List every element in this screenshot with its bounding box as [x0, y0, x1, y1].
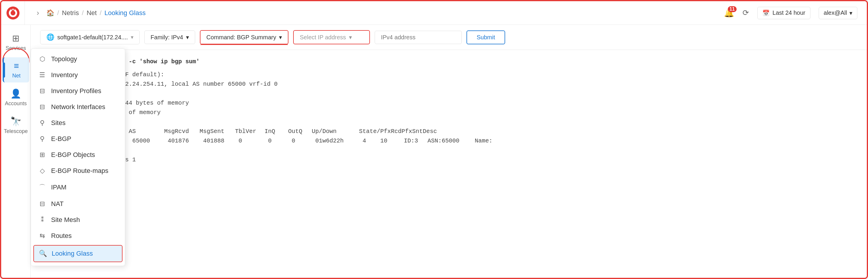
time-range-selector[interactable]: 📅 Last 24 hour	[757, 7, 810, 19]
sidebar-item-telescope-label: Telescope	[4, 128, 28, 135]
app-logo	[1, 1, 25, 25]
inventory-icon: ☰	[38, 71, 46, 79]
ebgp-icon: ⚲	[38, 135, 46, 143]
content-area: 🌐 softgate1-default(172.24.... ▾ Family:…	[31, 25, 867, 278]
telescope-icon: 🔭	[10, 116, 21, 127]
sidebar-item-services-label: Services	[6, 45, 26, 51]
menu-item-inventory-profiles[interactable]: ⊟ Inventory Profiles	[31, 83, 125, 99]
menu-item-ebgp-route-maps-label: E-BGP Route-maps	[51, 167, 108, 175]
sidebar-item-accounts[interactable]: 👤 Accounts	[3, 85, 29, 110]
menu-item-nat-label: NAT	[51, 200, 63, 208]
command-label: Command: BGP Summary	[206, 34, 276, 41]
sidebar-item-net-label: Net	[12, 73, 20, 79]
breadcrumb-sep3: /	[100, 9, 101, 17]
net-icon: ≡	[14, 61, 19, 71]
family-label: Family: IPv4	[151, 34, 183, 41]
submit-button[interactable]: Submit	[466, 30, 505, 44]
nav-dropdown: ⬡ Topology ☰ Inventory ⊟ Inventory Profi…	[31, 49, 125, 266]
services-icon: ⊞	[12, 33, 20, 44]
menu-item-nat[interactable]: ⊟ NAT	[31, 196, 125, 212]
menu-item-site-mesh-label: Site Mesh	[51, 216, 80, 224]
user-label: alex@All	[824, 9, 847, 16]
sidebar: ⊞ Services ≡ Net 👤 Accounts 🔭 Telescope	[1, 25, 31, 278]
topology-icon: ⬡	[38, 55, 46, 63]
menu-item-sites-label: Sites	[51, 119, 66, 127]
svg-point-4	[12, 8, 13, 10]
time-range-label: Last 24 hour	[773, 9, 805, 16]
user-menu-chevron: ▾	[849, 9, 852, 17]
menu-item-inventory-label: Inventory	[51, 71, 78, 79]
terminal-output-area: softgate1-default# vtysh -c 'show ip bgp…	[31, 50, 867, 278]
menu-item-ebgp[interactable]: ⚲ E-BGP	[31, 131, 125, 147]
sidebar-item-net[interactable]: ≡ Net	[3, 57, 29, 82]
refresh-button[interactable]: ⟳	[743, 8, 749, 18]
menu-item-inventory-profiles-label: Inventory Profiles	[51, 87, 101, 95]
menu-item-inventory[interactable]: ☰ Inventory	[31, 67, 125, 83]
breadcrumb-sep2: /	[82, 9, 84, 17]
menu-item-network-interfaces[interactable]: ⊟ Network Interfaces	[31, 99, 125, 115]
routes-icon: ⇆	[38, 232, 46, 240]
ip-select-chevron: ▾	[349, 34, 352, 41]
toolbar: 🌐 softgate1-default(172.24.... ▾ Family:…	[31, 25, 867, 50]
calendar-icon: 📅	[762, 9, 770, 17]
inventory-profiles-icon: ⊟	[38, 87, 46, 95]
menu-item-routes-label: Routes	[51, 232, 72, 240]
ipv4-address-input[interactable]	[375, 31, 462, 44]
menu-item-network-interfaces-label: Network Interfaces	[51, 103, 105, 111]
svg-point-2	[11, 11, 16, 16]
menu-item-topology[interactable]: ⬡ Topology	[31, 51, 125, 67]
submit-label: Submit	[476, 34, 495, 40]
command-selector[interactable]: Command: BGP Summary ▾	[200, 30, 288, 44]
looking-glass-icon: 🔍	[39, 250, 47, 257]
nat-icon: ⊟	[38, 200, 46, 208]
menu-item-looking-glass-label: Looking Glass	[52, 250, 93, 257]
breadcrumb-net: Net	[87, 9, 97, 17]
network-interfaces-icon: ⊟	[38, 103, 46, 111]
menu-item-ipam[interactable]: ⌒ IPAM	[31, 179, 125, 196]
menu-item-ebgp-objects[interactable]: ⊞ E-BGP Objects	[31, 147, 125, 163]
ip-address-selector[interactable]: Select IP address ▾	[293, 30, 370, 44]
ebgp-objects-icon: ⊞	[38, 151, 46, 159]
site-mesh-icon: ⁑	[38, 216, 46, 224]
device-selector[interactable]: 🌐 softgate1-default(172.24.... ▾	[40, 30, 140, 44]
menu-item-ebgp-route-maps[interactable]: ◇ E-BGP Route-maps	[31, 163, 125, 179]
breadcrumb: 🏠 / Netris / Net / Looking Glass	[46, 9, 146, 17]
terminal-output: IPv4 Unicast Summary (VRF default): BGP …	[40, 70, 857, 165]
menu-item-ipam-label: IPAM	[51, 184, 66, 191]
terminal-command: softgate1-default# vtysh -c 'show ip bgp…	[40, 57, 857, 66]
device-selector-chevron: ▾	[131, 34, 133, 40]
notification-button[interactable]: 🔔 11	[724, 8, 734, 18]
home-icon: 🏠	[46, 9, 54, 17]
sidebar-item-accounts-label: Accounts	[5, 101, 27, 107]
ip-select-placeholder: Select IP address	[300, 34, 346, 41]
sidebar-item-telescope[interactable]: 🔭 Telescope	[3, 113, 29, 138]
menu-item-sites[interactable]: ⚲ Sites	[31, 115, 125, 131]
notification-badge: 11	[728, 6, 737, 12]
breadcrumb-netris: Netris	[62, 9, 79, 17]
menu-item-routes[interactable]: ⇆ Routes	[31, 228, 125, 244]
globe-icon: 🌐	[46, 33, 54, 41]
breadcrumb-looking-glass: Looking Glass	[104, 9, 146, 17]
family-chevron: ▾	[186, 34, 189, 41]
device-label: softgate1-default(172.24....	[57, 34, 128, 41]
ebgp-route-maps-icon: ◇	[38, 167, 46, 175]
family-selector[interactable]: Family: IPv4 ▾	[144, 30, 195, 44]
breadcrumb-sep1: /	[57, 9, 59, 17]
command-chevron: ▾	[279, 34, 282, 41]
sidebar-item-services[interactable]: ⊞ Services	[3, 30, 29, 55]
menu-item-ebgp-objects-label: E-BGP Objects	[51, 151, 95, 159]
accounts-icon: 👤	[10, 88, 21, 99]
menu-item-ebgp-label: E-BGP	[51, 135, 71, 143]
menu-item-site-mesh[interactable]: ⁑ Site Mesh	[31, 212, 125, 228]
nav-back-button[interactable]: ›	[34, 8, 42, 18]
menu-item-topology-label: Topology	[51, 55, 77, 63]
sites-icon: ⚲	[38, 119, 46, 127]
menu-item-looking-glass[interactable]: 🔍 Looking Glass	[33, 245, 123, 262]
ipam-icon: ⌒	[38, 183, 46, 192]
user-menu[interactable]: alex@All ▾	[819, 7, 857, 19]
